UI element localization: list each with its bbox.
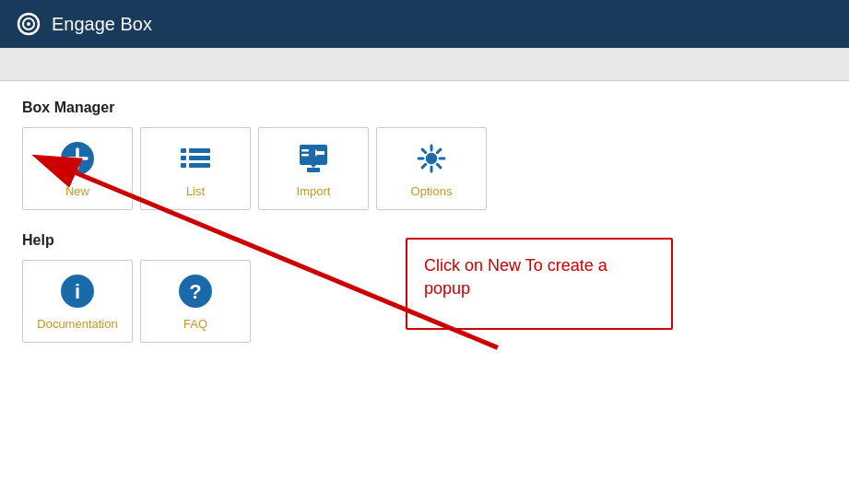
- faq-button[interactable]: ? FAQ: [140, 260, 251, 343]
- app-header: Engage Box: [0, 0, 849, 48]
- svg-rect-18: [317, 151, 324, 155]
- plus-circle-icon: [59, 140, 96, 177]
- import-button-label: Import: [297, 184, 331, 198]
- svg-rect-14: [307, 168, 320, 172]
- new-button[interactable]: New: [22, 127, 133, 210]
- svg-point-30: [429, 155, 435, 161]
- documentation-button[interactable]: i Documentation: [22, 260, 133, 343]
- svg-point-2: [27, 22, 30, 26]
- box-manager-grid: New List Im: [22, 127, 827, 210]
- list-button-label: List: [186, 184, 205, 198]
- svg-rect-10: [181, 163, 186, 168]
- annotation-text: Click on New To create a popup: [424, 256, 607, 298]
- box-manager-title: Box Manager: [22, 100, 827, 116]
- svg-rect-15: [301, 149, 309, 152]
- svg-rect-8: [181, 156, 186, 160]
- target-icon: [17, 12, 41, 36]
- toolbar-area: [0, 48, 849, 81]
- gear-icon: [413, 140, 450, 177]
- app-title: Engage Box: [52, 14, 152, 35]
- svg-line-25: [422, 149, 426, 153]
- svg-rect-9: [189, 156, 210, 160]
- main-content: Box Manager New List: [0, 81, 849, 504]
- svg-text:i: i: [75, 280, 80, 303]
- svg-rect-16: [301, 154, 309, 157]
- svg-line-28: [422, 164, 426, 168]
- import-icon: [295, 140, 332, 177]
- info-icon: i: [59, 273, 96, 310]
- svg-text:?: ?: [189, 280, 201, 303]
- list-button[interactable]: List: [140, 127, 251, 210]
- svg-rect-11: [189, 163, 210, 168]
- documentation-button-label: Documentation: [37, 317, 117, 331]
- svg-line-26: [437, 164, 441, 168]
- faq-button-label: FAQ: [183, 317, 207, 331]
- question-icon: ?: [177, 273, 214, 310]
- svg-rect-6: [181, 148, 186, 153]
- annotation-popup: Click on New To create a popup: [406, 238, 673, 330]
- options-button-label: Options: [411, 184, 453, 198]
- import-button[interactable]: Import: [258, 127, 369, 210]
- new-button-label: New: [65, 184, 89, 198]
- list-icon: [177, 140, 214, 177]
- svg-line-27: [437, 149, 441, 153]
- svg-rect-7: [189, 148, 210, 153]
- options-button[interactable]: Options: [376, 127, 487, 210]
